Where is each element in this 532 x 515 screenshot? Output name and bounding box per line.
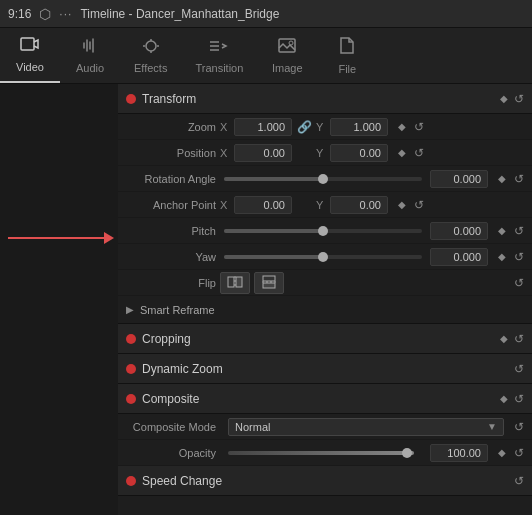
yaw-value[interactable]: 0.000 [430, 248, 488, 266]
composite-mode-value: Normal [235, 421, 270, 433]
topbar-more-button[interactable]: ··· [59, 7, 72, 21]
topbar-app-icon: ⬡ [39, 6, 51, 22]
composite-mode-dropdown[interactable]: Normal ▼ [228, 418, 504, 436]
yaw-slider-thumb[interactable] [318, 252, 328, 262]
tab-effects[interactable]: Effects [120, 28, 181, 83]
zoom-x-value[interactable]: 1.000 [234, 118, 292, 136]
topbar: 9:16 ⬡ ··· Timeline - Dancer_Manhattan_B… [0, 0, 532, 28]
image-tab-icon [278, 38, 296, 58]
pitch-reset-icon[interactable]: ↺ [514, 224, 524, 238]
smart-reframe-label: Smart Reframe [140, 304, 215, 316]
transform-section-header: Transform ◆ ↺ [118, 84, 532, 114]
rotation-slider-thumb[interactable] [318, 174, 328, 184]
tab-image[interactable]: Image [257, 28, 317, 83]
tab-file[interactable]: File [317, 28, 377, 83]
rotation-value[interactable]: 0.000 [430, 170, 488, 188]
opacity-reset-icon[interactable]: ↺ [514, 446, 524, 460]
tab-file-label: File [338, 63, 356, 75]
pitch-value[interactable]: 0.000 [430, 222, 488, 240]
speed-change-toggle[interactable] [126, 476, 136, 486]
zoom-y-value[interactable]: 1.000 [330, 118, 388, 136]
pitch-slider-fill [224, 229, 323, 233]
tab-audio[interactable]: Audio [60, 28, 120, 83]
rotation-reset-icon[interactable]: ↺ [514, 172, 524, 186]
opacity-value[interactable]: 100.00 [430, 444, 488, 462]
zoom-reset-icon[interactable]: ↺ [414, 120, 424, 134]
anchor-keyframe-icon[interactable]: ◆ [398, 199, 406, 210]
speed-change-reset-icon[interactable]: ↺ [514, 474, 524, 488]
opacity-keyframe-icon[interactable]: ◆ [498, 447, 506, 458]
position-label: Position [126, 147, 216, 159]
opacity-slider-thumb[interactable] [402, 448, 412, 458]
anchor-x-value[interactable]: 0.00 [234, 196, 292, 214]
position-y-label: Y [316, 147, 326, 159]
composite-actions: ◆ ↺ [500, 392, 524, 406]
transform-toggle[interactable] [126, 94, 136, 104]
flip-horizontal-button[interactable] [220, 272, 250, 294]
topbar-time: 9:16 [8, 7, 31, 21]
pitch-row: Pitch 0.000 ◆ ↺ [118, 218, 532, 244]
anchor-y-value[interactable]: 0.00 [330, 196, 388, 214]
anchor-label: Anchor Point [126, 199, 216, 211]
composite-reset-icon[interactable]: ↺ [514, 392, 524, 406]
composite-mode-reset-icon[interactable]: ↺ [514, 420, 524, 434]
dynamic-zoom-arrow-indicator [8, 232, 114, 244]
pitch-slider[interactable] [224, 229, 422, 233]
yaw-slider[interactable] [224, 255, 422, 259]
flip-buttons [220, 272, 284, 294]
composite-toggle[interactable] [126, 394, 136, 404]
arrow-head-icon [104, 232, 114, 244]
dynamic-zoom-section-header: Dynamic Zoom ↺ [118, 354, 532, 384]
position-x-value[interactable]: 0.00 [234, 144, 292, 162]
zoom-y-label: Y [316, 121, 326, 133]
tab-transition[interactable]: Transition [181, 28, 257, 83]
rotation-slider[interactable] [224, 177, 422, 181]
position-keyframe-icon[interactable]: ◆ [398, 147, 406, 158]
pitch-label: Pitch [126, 225, 216, 237]
cropping-toggle[interactable] [126, 334, 136, 344]
svg-point-1 [146, 41, 156, 51]
position-row: Position X 0.00 Y 0.00 ◆ ↺ [118, 140, 532, 166]
flip-h-icon [227, 275, 243, 289]
tab-transition-label: Transition [195, 62, 243, 74]
dynamic-zoom-toggle[interactable] [126, 364, 136, 374]
yaw-keyframe-icon[interactable]: ◆ [498, 251, 506, 262]
flip-reset-icon[interactable]: ↺ [514, 276, 524, 290]
anchor-point-row: Anchor Point X 0.00 Y 0.00 ◆ ↺ [118, 192, 532, 218]
svg-point-10 [289, 41, 293, 45]
pitch-keyframe-icon[interactable]: ◆ [498, 225, 506, 236]
pitch-slider-thumb[interactable] [318, 226, 328, 236]
left-arrow-area [0, 84, 118, 515]
opacity-slider[interactable] [228, 451, 414, 455]
cropping-reset-icon[interactable]: ↺ [514, 332, 524, 346]
dropdown-arrow-icon: ▼ [487, 421, 497, 432]
cropping-label: Cropping [142, 332, 494, 346]
anchor-reset-icon[interactable]: ↺ [414, 198, 424, 212]
flip-row: Flip ↺ [118, 270, 532, 296]
transform-reset-icon[interactable]: ↺ [514, 92, 524, 106]
rotation-keyframe-icon[interactable]: ◆ [498, 173, 506, 184]
svg-rect-14 [263, 276, 275, 281]
position-y-value[interactable]: 0.00 [330, 144, 388, 162]
composite-keyframe-icon[interactable]: ◆ [500, 393, 508, 404]
cropping-keyframe-icon[interactable]: ◆ [500, 333, 508, 344]
file-tab-icon [339, 37, 355, 59]
yaw-reset-icon[interactable]: ↺ [514, 250, 524, 264]
smart-reframe-row[interactable]: ▶ Smart Reframe [118, 296, 532, 324]
flip-vertical-button[interactable] [254, 272, 284, 294]
link-icon[interactable]: 🔗 [296, 120, 312, 134]
yaw-row: Yaw 0.000 ◆ ↺ [118, 244, 532, 270]
zoom-keyframe-icon[interactable]: ◆ [398, 121, 406, 132]
dynamic-zoom-reset-icon[interactable]: ↺ [514, 362, 524, 376]
tab-video[interactable]: Video [0, 28, 60, 83]
rotation-row: Rotation Angle 0.000 ◆ ↺ [118, 166, 532, 192]
main-area: Transform ◆ ↺ Zoom X 1.000 🔗 Y 1.000 ◆ ↺… [0, 84, 532, 515]
transform-label: Transform [142, 92, 494, 106]
speed-change-section-header: Speed Change ↺ [118, 466, 532, 496]
rotation-slider-fill [224, 177, 323, 181]
tabbar: Video Audio Effects Transition Image Fil… [0, 28, 532, 84]
composite-mode-label: Composite Mode [126, 421, 216, 433]
position-reset-icon[interactable]: ↺ [414, 146, 424, 160]
transform-keyframe-icon[interactable]: ◆ [500, 93, 508, 104]
zoom-label: Zoom [126, 121, 216, 133]
